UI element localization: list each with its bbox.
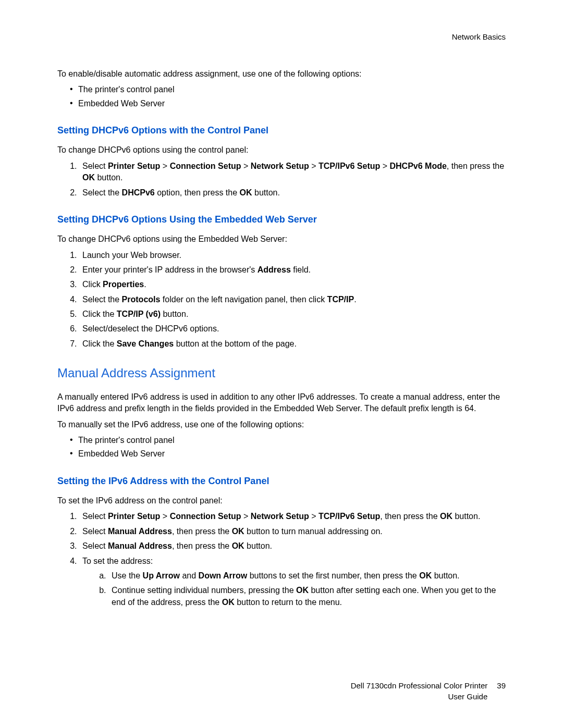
- text: button.: [161, 310, 188, 318]
- option-name: TCP/IP (v6): [117, 310, 161, 318]
- option-name: TCP/IP: [327, 295, 354, 304]
- text: .: [354, 295, 356, 304]
- text: option, then press the: [155, 188, 240, 197]
- path-item: Connection Setup: [170, 162, 241, 170]
- list-item: Click the TCP/IP (v6) button.: [79, 309, 506, 320]
- text: Click the: [82, 339, 117, 348]
- chapter-header: Network Basics: [57, 31, 506, 42]
- section3-bullets: The printer's control panel Embedded Web…: [57, 435, 506, 460]
- section1-steps: Select Printer Setup > Connection Setup …: [57, 161, 506, 199]
- text: button to return to the menu.: [235, 598, 342, 607]
- list-item: The printer's control panel: [70, 435, 506, 446]
- section2-lead: To change DHCPv6 options using the Embed…: [57, 233, 506, 245]
- text: field.: [291, 265, 311, 274]
- section3-lead: To manually set the IPv6 address, use on…: [57, 419, 506, 430]
- intro-lead: To enable/disable automatic address assi…: [57, 68, 506, 80]
- list-item: The printer's control panel: [70, 84, 506, 95]
- text: .: [144, 280, 146, 289]
- option-name: Manual Address: [108, 541, 172, 550]
- heading-dhcpv6-control-panel: Setting DHCPv6 Options with the Control …: [57, 124, 506, 137]
- path-item: TCP/IPv6 Setup: [319, 162, 380, 170]
- heading-manual-address: Manual Address Assignment: [57, 364, 506, 382]
- footer-guide: User Guide: [351, 691, 488, 702]
- key-name: OK: [232, 527, 244, 536]
- list-item: Use the Up Arrow and Down Arrow buttons …: [108, 570, 506, 582]
- list-item: Enter your printer's IP address in the b…: [79, 264, 506, 276]
- list-item: Select the Protocols folder on the left …: [79, 294, 506, 305]
- text: Select: [82, 541, 108, 550]
- key-name: OK: [440, 512, 452, 521]
- text: button.: [452, 512, 480, 521]
- text: , then press the: [380, 512, 440, 521]
- path-item: Network Setup: [251, 162, 309, 170]
- intro-bullets: The printer's control panel Embedded Web…: [57, 84, 506, 109]
- heading-ipv6-control-panel: Setting the IPv6 Address with the Contro…: [57, 475, 506, 488]
- list-item: Click Properties.: [79, 279, 506, 290]
- list-item: Embedded Web Server: [70, 98, 506, 109]
- text: Select the: [82, 295, 122, 304]
- option-name: DHCPv6: [122, 188, 155, 197]
- list-item: Select Manual Address, then press the OK…: [79, 540, 506, 552]
- text: Continue setting individual numbers, pre…: [112, 586, 296, 595]
- path-item: TCP/IPv6 Setup: [319, 512, 380, 521]
- text: Select: [82, 512, 108, 521]
- list-item: To set the address: Use the Up Arrow and…: [79, 556, 506, 609]
- path-item: DHCPv6 Mode: [389, 162, 446, 170]
- text: Use the: [112, 571, 143, 580]
- text: Select: [82, 527, 108, 536]
- list-item: Select Manual Address, then press the OK…: [79, 526, 506, 537]
- list-item: Select the DHCPv6 option, then press the…: [79, 187, 506, 199]
- section4-substeps: Use the Up Arrow and Down Arrow buttons …: [82, 570, 506, 608]
- list-item: Embedded Web Server: [70, 448, 506, 460]
- option-name: Properties: [103, 280, 144, 289]
- section4-steps: Select Printer Setup > Connection Setup …: [57, 511, 506, 608]
- text: Select the: [82, 188, 122, 197]
- key-name: OK: [222, 598, 235, 607]
- key-name: OK: [232, 541, 244, 550]
- text: and: [180, 571, 199, 580]
- text: button.: [432, 571, 459, 580]
- section4-lead: To set the IPv6 address on the control p…: [57, 495, 506, 507]
- text: , then press the: [447, 162, 504, 170]
- field-name: Address: [258, 265, 291, 274]
- section3-para: A manually entered IPv6 address is used …: [57, 391, 506, 415]
- key-name: OK: [82, 173, 95, 182]
- text: Select: [82, 162, 108, 170]
- text: , then press the: [172, 541, 232, 550]
- text: button.: [244, 541, 272, 550]
- list-item: Click the Save Changes button at the bot…: [79, 338, 506, 350]
- text: To set the address:: [82, 557, 153, 565]
- text: folder on the left navigation panel, the…: [160, 295, 327, 304]
- text: button at the bottom of the page.: [174, 339, 297, 348]
- list-item: Select Printer Setup > Connection Setup …: [79, 161, 506, 184]
- path-item: Printer Setup: [108, 162, 160, 170]
- path-item: Printer Setup: [108, 512, 160, 521]
- text: button.: [252, 188, 280, 197]
- path-item: Connection Setup: [170, 512, 241, 521]
- key-name: OK: [240, 188, 252, 197]
- text: , then press the: [172, 527, 232, 536]
- list-item: Continue setting individual numbers, pre…: [108, 585, 506, 608]
- list-item: Select/deselect the DHCPv6 options.: [79, 323, 506, 335]
- key-name: OK: [296, 586, 309, 595]
- section2-steps: Launch your Web browser. Enter your prin…: [57, 250, 506, 350]
- key-name: Up Arrow: [143, 571, 180, 580]
- text: button to turn manual addressing on.: [244, 527, 383, 536]
- document-page: Network Basics To enable/disable automat…: [0, 0, 563, 728]
- footer-product: Dell 7130cdn Professional Color Printer: [351, 680, 488, 691]
- text: buttons to set the first number, then pr…: [247, 571, 419, 580]
- list-item: Select Printer Setup > Connection Setup …: [79, 511, 506, 522]
- heading-dhcpv6-ews: Setting DHCPv6 Options Using the Embedde…: [57, 213, 506, 226]
- text: Click the: [82, 310, 117, 318]
- key-name: Down Arrow: [199, 571, 248, 580]
- text: Enter your printer's IP address in the b…: [82, 265, 258, 274]
- option-name: Protocols: [122, 295, 161, 304]
- list-item: Launch your Web browser.: [79, 250, 506, 261]
- option-name: Save Changes: [117, 339, 174, 348]
- section1-lead: To change DHCPv6 options using the contr…: [57, 144, 506, 156]
- path-item: Network Setup: [251, 512, 309, 521]
- key-name: OK: [419, 571, 432, 580]
- text: Click: [82, 280, 103, 289]
- page-number: 39: [497, 680, 506, 691]
- text: button.: [95, 173, 123, 182]
